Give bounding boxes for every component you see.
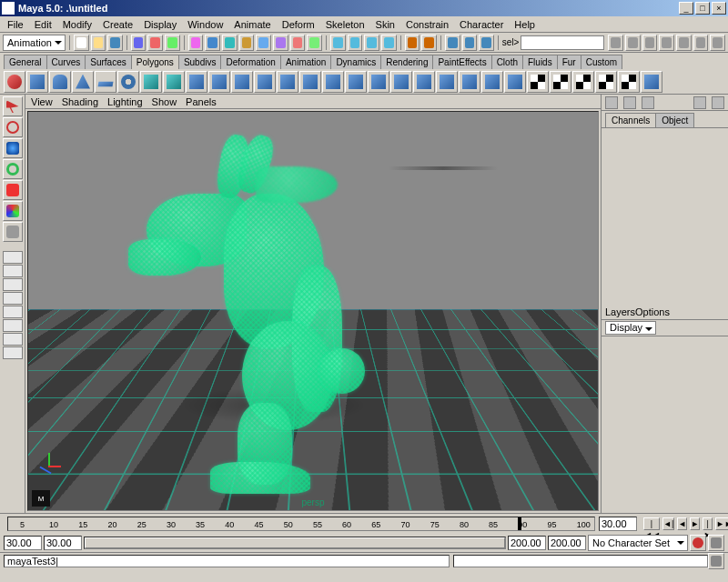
- view-menu-show[interactable]: Show: [152, 96, 177, 107]
- play-forward-button[interactable]: ►: [690, 517, 700, 530]
- channel-icon[interactable]: [712, 96, 724, 109]
- channel-icon[interactable]: [642, 96, 654, 109]
- shelf-poly-icon[interactable]: [345, 71, 367, 93]
- snap-grid-button[interactable]: [330, 35, 346, 51]
- layout-icon[interactable]: [3, 319, 23, 332]
- quick-select-field[interactable]: [521, 35, 604, 50]
- minimize-button[interactable]: _: [679, 2, 693, 15]
- shelf-tab-fur[interactable]: Fur: [557, 55, 581, 69]
- current-frame-field[interactable]: 30.00: [599, 517, 637, 531]
- mask-button[interactable]: [307, 35, 322, 51]
- autokey-button[interactable]: [690, 535, 706, 551]
- shelf-tab-rendering[interactable]: Rendering: [380, 55, 433, 69]
- channel-icon[interactable]: [605, 96, 618, 109]
- view-menu-lighting[interactable]: Lighting: [107, 96, 143, 107]
- shelf-torus-icon[interactable]: [117, 71, 139, 93]
- shelf-poly-icon[interactable]: [186, 71, 207, 93]
- last-tool[interactable]: [3, 222, 23, 242]
- shelf-uv-icon[interactable]: [572, 71, 594, 93]
- module-selector[interactable]: Animation: [3, 35, 66, 51]
- layout-four-icon[interactable]: [3, 265, 23, 277]
- tab-object[interactable]: Object: [655, 113, 694, 127]
- layout-button[interactable]: [642, 35, 658, 51]
- shelf-tab-cloth[interactable]: Cloth: [491, 55, 523, 69]
- select-by-object-button[interactable]: [147, 35, 163, 51]
- shelf-cube-icon[interactable]: [26, 71, 48, 93]
- viewport[interactable]: M persp: [27, 111, 599, 511]
- script-editor-button[interactable]: [708, 553, 724, 569]
- shelf-poly-icon[interactable]: [413, 71, 435, 93]
- shelf-poly-icon[interactable]: [504, 71, 526, 93]
- snap-plane-button[interactable]: [381, 35, 397, 51]
- shelf-poly-icon[interactable]: [436, 71, 458, 93]
- shelf-cylinder-icon[interactable]: [49, 71, 71, 93]
- scale-tool[interactable]: [3, 180, 23, 200]
- shelf-plane-icon[interactable]: [95, 71, 116, 93]
- playback-end-field[interactable]: 200.00: [508, 536, 546, 550]
- command-line[interactable]: mayaTest3|: [4, 555, 450, 567]
- menu-display[interactable]: Display: [138, 17, 182, 32]
- menu-character[interactable]: Character: [454, 17, 509, 32]
- menu-window[interactable]: Window: [182, 17, 228, 32]
- shelf-tab-curves[interactable]: Curves: [46, 55, 86, 69]
- step-forward-button[interactable]: |►: [703, 517, 713, 530]
- menu-help[interactable]: Help: [509, 17, 541, 32]
- channel-icon[interactable]: [623, 96, 636, 109]
- lasso-tool[interactable]: [3, 117, 23, 137]
- close-button[interactable]: ×: [712, 2, 726, 15]
- menu-constrain[interactable]: Constrain: [400, 17, 454, 32]
- snap-curve-button[interactable]: [348, 35, 363, 51]
- shelf-tab-general[interactable]: General: [4, 55, 47, 69]
- shelf-tab-custom[interactable]: Custom: [581, 55, 622, 69]
- layout-icon[interactable]: [3, 346, 23, 359]
- shelf-poly-icon[interactable]: [390, 71, 412, 93]
- ipr-button[interactable]: [462, 35, 478, 51]
- manip-tool[interactable]: [3, 201, 23, 221]
- render-globals-button[interactable]: [479, 35, 494, 51]
- render-button[interactable]: [445, 35, 460, 51]
- shelf-poly-icon[interactable]: [277, 71, 298, 93]
- playback-start-field[interactable]: 30.00: [44, 536, 82, 550]
- layout-icon[interactable]: [3, 306, 23, 318]
- range-start-field[interactable]: 30.00: [4, 536, 42, 550]
- shelf-poly-icon[interactable]: [208, 71, 230, 93]
- shelf-sphere-icon[interactable]: [4, 71, 25, 93]
- history-button[interactable]: [421, 35, 437, 51]
- open-scene-button[interactable]: [91, 35, 106, 51]
- shelf-tab-polygons[interactable]: Polygons: [131, 55, 179, 69]
- shelf-cone-icon[interactable]: [72, 71, 94, 93]
- layout-button[interactable]: [659, 35, 674, 51]
- layer-display-dropdown[interactable]: Display: [605, 321, 656, 335]
- shelf-poly-icon[interactable]: [481, 71, 503, 93]
- range-end-field[interactable]: 200.00: [548, 536, 586, 550]
- time-slider[interactable]: 5 10 15 20 25 30 35 40 45 50 55 60 65 70…: [7, 517, 595, 531]
- shelf-poly-icon[interactable]: [322, 71, 344, 93]
- shelf-poly-icon[interactable]: [368, 71, 389, 93]
- shelf-tab-surfaces[interactable]: Surfaces: [85, 55, 131, 69]
- tab-channels[interactable]: Channels: [605, 113, 656, 127]
- layout-icon[interactable]: [3, 278, 23, 291]
- view-menu-view[interactable]: View: [31, 96, 53, 107]
- tab-options[interactable]: Options: [635, 306, 670, 317]
- mask-button[interactable]: [222, 35, 238, 51]
- fast-forward-button[interactable]: ►►|: [715, 517, 728, 530]
- shelf-tab-animation[interactable]: Animation: [280, 55, 331, 69]
- menu-edit[interactable]: Edit: [29, 17, 57, 32]
- channel-icon[interactable]: [693, 96, 706, 109]
- view-menu-shading[interactable]: Shading: [62, 96, 98, 107]
- snap-point-button[interactable]: [364, 35, 379, 51]
- shelf-poly-icon[interactable]: [459, 71, 480, 93]
- menu-create[interactable]: Create: [97, 17, 138, 32]
- current-time-marker[interactable]: [518, 517, 521, 530]
- character-set-dropdown[interactable]: No Character Set: [588, 535, 688, 551]
- shelf-uv-icon[interactable]: [550, 71, 571, 93]
- view-menu-panels[interactable]: Panels: [186, 96, 217, 107]
- shelf-tab-painteffects[interactable]: PaintEffects: [432, 55, 491, 69]
- shelf-tab-fluids[interactable]: Fluids: [522, 55, 558, 69]
- move-tool[interactable]: [3, 138, 23, 158]
- shelf-poly-icon[interactable]: [231, 71, 253, 93]
- maximize-button[interactable]: □: [695, 2, 710, 15]
- mask-button[interactable]: [273, 35, 288, 51]
- shelf-uv-icon[interactable]: [527, 71, 549, 93]
- select-tool[interactable]: [3, 96, 23, 116]
